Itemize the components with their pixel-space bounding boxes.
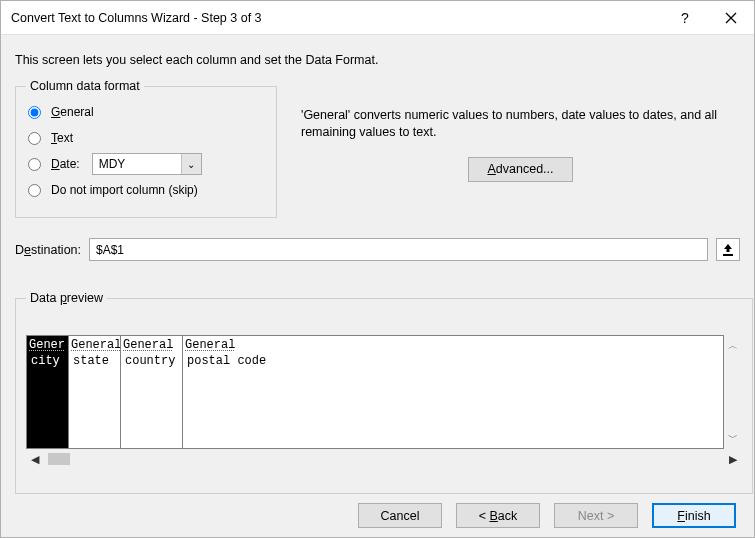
- finish-button[interactable]: Finish: [652, 503, 736, 528]
- close-icon: [725, 12, 737, 24]
- radio-general-label: General: [51, 105, 94, 119]
- preview-horizontal-scrollbar[interactable]: ◀ ▶: [26, 449, 742, 467]
- intro-text: This screen lets you select each column …: [15, 53, 740, 67]
- preview-header-2[interactable]: General: [69, 336, 121, 353]
- preview-header-row: Gener General General General: [26, 335, 724, 353]
- title-bar: Convert Text to Columns Wizard - Step 3 …: [1, 1, 754, 35]
- radio-date-input[interactable]: [28, 158, 41, 171]
- radio-general-input[interactable]: [28, 106, 41, 119]
- preview-vertical-scrollbar[interactable]: ︿ ﹀: [724, 335, 742, 449]
- radio-skip-input[interactable]: [28, 184, 41, 197]
- date-format-select[interactable]: MDY ⌄: [92, 153, 202, 175]
- preview-body: city state country postal code: [26, 353, 724, 449]
- cancel-button[interactable]: Cancel: [358, 503, 442, 528]
- radio-date-label: Date:: [51, 157, 80, 171]
- radio-skip[interactable]: Do not import column (skip): [26, 177, 266, 203]
- radio-general[interactable]: General: [26, 99, 266, 125]
- close-button[interactable]: [708, 1, 754, 35]
- date-format-value: MDY: [99, 157, 126, 171]
- preview-cell-3[interactable]: country: [121, 353, 183, 448]
- destination-label: Destination:: [15, 243, 81, 257]
- format-description-area: 'General' converts numeric values to num…: [301, 79, 740, 182]
- radio-text-input[interactable]: [28, 132, 41, 145]
- preview-header-3[interactable]: General: [121, 336, 183, 353]
- window-title: Convert Text to Columns Wizard - Step 3 …: [11, 11, 262, 25]
- dialog-footer: Cancel < Back Next > Finish: [1, 494, 754, 537]
- back-button[interactable]: < Back: [456, 503, 540, 528]
- scroll-left-icon: ◀: [26, 451, 44, 467]
- next-button: Next >: [554, 503, 638, 528]
- scroll-right-icon: ▶: [724, 451, 742, 467]
- preview-legend: Data preview: [26, 291, 107, 305]
- scroll-up-icon: ︿: [728, 339, 738, 353]
- format-description: 'General' converts numeric values to num…: [301, 107, 740, 141]
- radio-text[interactable]: Text: [26, 125, 266, 151]
- scroll-thumb[interactable]: [48, 453, 70, 465]
- column-data-format-group: Column data format General Text Date: MD…: [15, 79, 277, 218]
- data-preview-group: Data preview Gener General General Gener…: [15, 291, 753, 494]
- scroll-down-icon: ﹀: [728, 431, 738, 445]
- preview-cell-1[interactable]: city: [27, 353, 69, 448]
- preview-header-1[interactable]: Gener: [27, 336, 69, 353]
- help-button[interactable]: ?: [662, 1, 708, 35]
- radio-date[interactable]: Date: MDY ⌄: [26, 151, 266, 177]
- preview-cell-2[interactable]: state: [69, 353, 121, 448]
- format-legend: Column data format: [26, 79, 144, 93]
- preview-header-4[interactable]: General: [183, 336, 723, 353]
- wizard-dialog: Convert Text to Columns Wizard - Step 3 …: [0, 0, 755, 538]
- dialog-content: This screen lets you select each column …: [1, 35, 754, 494]
- preview-cell-4[interactable]: postal code: [183, 353, 723, 448]
- chevron-down-icon: ⌄: [181, 154, 201, 174]
- radio-text-label: Text: [51, 131, 73, 145]
- collapse-dialog-icon: [722, 243, 734, 257]
- destination-input[interactable]: [89, 238, 708, 261]
- radio-skip-label: Do not import column (skip): [51, 183, 198, 197]
- advanced-button[interactable]: Advanced...: [468, 157, 572, 182]
- range-picker-button[interactable]: [716, 238, 740, 261]
- svg-rect-2: [723, 254, 733, 256]
